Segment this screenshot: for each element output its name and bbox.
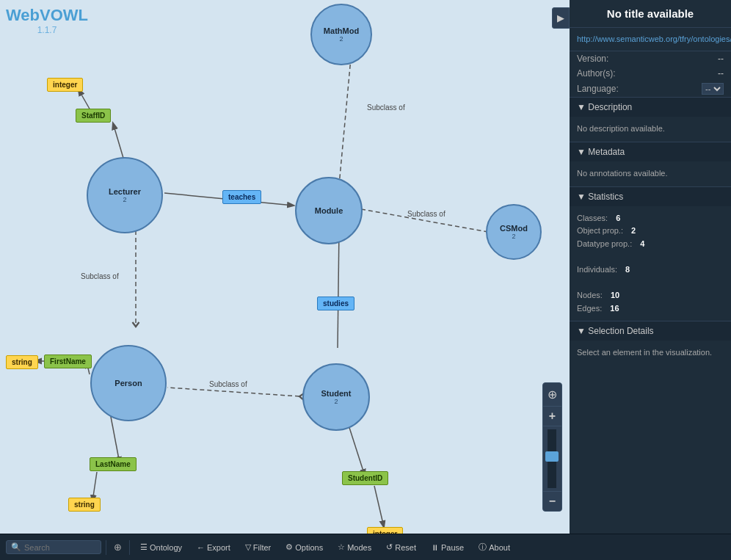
node-integer1-label: integer (53, 81, 77, 89)
list-icon: ☰ (140, 542, 148, 552)
pause-icon: ⏸ (431, 543, 439, 552)
toggle-sidebar-button[interactable]: ▶ (552, 7, 570, 29)
node-module[interactable]: Module (295, 177, 363, 244)
svg-line-3 (338, 230, 339, 348)
property-studies[interactable]: studies (317, 297, 354, 310)
classes-label: Classes: (577, 212, 608, 225)
edge-label-subclass4: Subclass of (209, 380, 247, 388)
search-input[interactable] (24, 543, 98, 552)
toolbar-separator-1 (106, 540, 106, 555)
about-button[interactable]: ⓘ About (473, 539, 516, 556)
reset-button[interactable]: ↺ Reset (380, 539, 422, 555)
datatypeprop-value: 4 (640, 238, 644, 251)
svg-line-2 (361, 209, 488, 232)
node-mathmod-count: 2 (339, 35, 343, 43)
toolbar: 🔍 ⊕ ☰ Ontology ← Export ▽ Filter ⚙ Optio… (0, 534, 731, 560)
export-label: Export (207, 543, 230, 552)
pause-button[interactable]: ⏸ Pause (425, 540, 470, 555)
node-student[interactable]: Student 2 (302, 363, 370, 431)
node-student-count: 2 (334, 398, 338, 405)
node-csmod[interactable]: CSMod 2 (486, 204, 542, 260)
graph-canvas[interactable]: WebVOWL 1.1.7 ▶ Subclass of Subclass of … (0, 0, 570, 534)
section-statistics: ▼ Statistics Classes: 6 Object prop.: 2 … (570, 186, 731, 321)
ontology-button[interactable]: ☰ Ontology (134, 539, 188, 555)
node-string1-label: string (12, 358, 32, 366)
stat-nodes: Nodes: 10 (577, 289, 724, 302)
gear-icon: ⚙ (286, 542, 293, 552)
node-lecturer-label: Lecturer (109, 187, 141, 196)
sidebar-author-row: Author(s): -- (570, 66, 731, 81)
sidebar-url[interactable]: http://www.semanticweb.org/tfry/ontologi… (570, 28, 731, 51)
node-integer2[interactable]: integer (367, 527, 403, 534)
edges-label: Edges: (577, 302, 602, 316)
node-staffid[interactable]: StaffID (76, 109, 111, 123)
logo-version: 1.1.7 (6, 25, 88, 35)
language-select[interactable]: -- (702, 83, 724, 95)
modes-button[interactable]: ☆ Modes (332, 539, 377, 555)
objprop-value: 2 (631, 225, 636, 238)
filter-label: Filter (253, 543, 271, 552)
export-icon: ← (197, 543, 205, 552)
node-person-label: Person (114, 379, 142, 388)
star-icon: ☆ (338, 542, 345, 552)
reset-label: Reset (395, 543, 416, 552)
node-module-label: Module (315, 206, 343, 215)
zoom-in-button[interactable]: + (543, 407, 561, 426)
stat-objprop: Object prop.: 2 (577, 225, 724, 238)
node-integer1[interactable]: integer (47, 78, 83, 92)
crosshair-icon: ⊕ (111, 542, 125, 553)
node-mathmod[interactable]: MathMod 2 (310, 4, 372, 65)
edge-label-subclass3: Subclass of (81, 272, 119, 280)
export-button[interactable]: ← Export (191, 540, 236, 555)
version-label: Version: (577, 54, 608, 64)
classes-value: 6 (616, 212, 620, 225)
toolbar-separator-2 (129, 540, 130, 555)
ontology-label: Ontology (150, 543, 182, 552)
individuals-label: Individuals: (577, 263, 617, 277)
options-label: Options (295, 543, 323, 552)
node-firstname-label: FirstName (50, 357, 86, 366)
node-csmod-count: 2 (512, 233, 515, 240)
selection-content: Select an element in the visualization. (570, 341, 731, 366)
node-studentid[interactable]: StudentID (342, 471, 388, 485)
node-studentid-label: StudentID (348, 474, 382, 482)
edge-label-subclass2: Subclass of (407, 210, 445, 218)
svg-line-11 (92, 472, 97, 501)
node-person[interactable]: Person (90, 345, 167, 421)
filter-button[interactable]: ▽ Filter (239, 539, 277, 555)
node-lecturer[interactable]: Lecturer 2 (87, 157, 163, 233)
options-button[interactable]: ⚙ Options (280, 539, 329, 555)
sidebar-language-row: Language: -- (570, 81, 731, 97)
node-string1[interactable]: string (6, 355, 38, 369)
version-value: -- (718, 54, 724, 64)
zoom-crosshair-button[interactable]: ⊕ (543, 383, 561, 407)
stat-edges: Edges: 16 (577, 302, 724, 316)
description-header[interactable]: ▼ Description (570, 98, 731, 117)
nodes-label: Nodes: (577, 289, 603, 302)
description-content: No description available. (570, 117, 731, 142)
modes-label: Modes (347, 543, 371, 552)
datatypeprop-label: Datatype prop.: (577, 238, 632, 251)
zoom-slider-thumb[interactable] (545, 451, 559, 462)
zoom-controls: ⊕ + − (542, 382, 562, 512)
svg-line-9 (79, 90, 90, 110)
metadata-header[interactable]: ▼ Metadata (570, 142, 731, 161)
selection-header[interactable]: ▼ Selection Details (570, 321, 731, 341)
node-string2[interactable]: string (68, 498, 101, 512)
search-icon: 🔍 (11, 542, 21, 552)
node-lastname[interactable]: LastName (90, 457, 137, 471)
search-box[interactable]: 🔍 (6, 540, 101, 554)
node-firstname[interactable]: FirstName (44, 354, 92, 368)
node-mathmod-label: MathMod (324, 26, 359, 35)
zoom-out-button[interactable]: − (543, 491, 561, 511)
sidebar-url-link[interactable]: http://www.semanticweb.org/tfry/ontologi… (577, 34, 731, 43)
property-teaches[interactable]: teaches (222, 190, 261, 204)
svg-line-5 (167, 388, 299, 396)
statistics-header[interactable]: ▼ Statistics (570, 187, 731, 206)
filter-icon: ▽ (245, 542, 251, 552)
metadata-content: No annotations available. (570, 161, 731, 186)
node-lecturer-count: 2 (123, 196, 126, 203)
nodes-value: 10 (611, 289, 619, 302)
zoom-slider[interactable] (548, 429, 556, 488)
author-value: -- (718, 68, 724, 79)
